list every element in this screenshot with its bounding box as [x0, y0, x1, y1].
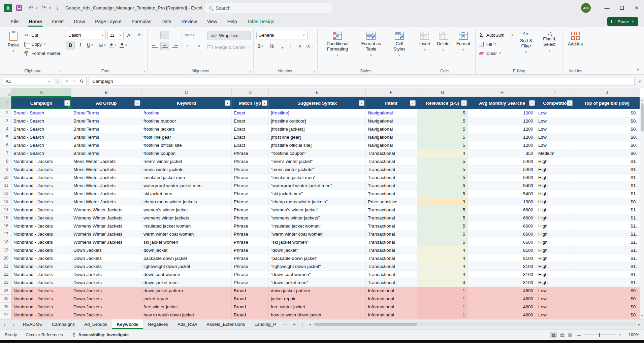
- table-cell[interactable]: Nonbrand - Jackets: [11, 279, 71, 286]
- table-cell[interactable]: $1.: [574, 182, 640, 190]
- sheet-tab-ad_groups[interactable]: Ad_Groups: [79, 319, 112, 329]
- table-cell[interactable]: $1.: [574, 206, 640, 214]
- number-format-select[interactable]: General∨: [256, 31, 308, 39]
- increase-font-button[interactable]: A^: [125, 31, 134, 39]
- table-cell[interactable]: $1.: [574, 222, 640, 230]
- table-cell[interactable]: down coat women: [141, 271, 232, 278]
- insert-cells-button[interactable]: Insert∨: [417, 30, 433, 54]
- table-cell[interactable]: $1.: [574, 246, 640, 254]
- table-cell[interactable]: Transactional: [366, 238, 417, 246]
- filter-button[interactable]: ▼: [225, 100, 230, 106]
- table-cell[interactable]: lightweight down jacket: [141, 263, 232, 270]
- format-cells-button[interactable]: Format∨: [454, 30, 473, 54]
- tab-home[interactable]: Home: [24, 16, 47, 27]
- table-cell[interactable]: Low: [536, 117, 574, 125]
- table-cell[interactable]: Brand Terms: [71, 141, 141, 149]
- table-cell[interactable]: High: [536, 279, 574, 286]
- table-cell[interactable]: packable down jacket: [141, 254, 232, 262]
- table-cell[interactable]: 5: [417, 182, 468, 190]
- table-cell[interactable]: Phrase: [232, 198, 269, 206]
- table-cell[interactable]: "frostline coupon": [269, 149, 366, 157]
- zoom-level[interactable]: 100%: [626, 333, 639, 337]
- table-cell[interactable]: cheap mens winter jackets: [141, 198, 232, 206]
- wrap-text-button[interactable]: ab⤸ Wrap Text: [207, 31, 250, 40]
- table-cell[interactable]: mens winter jackets: [141, 166, 232, 173]
- row-header[interactable]: 23: [0, 279, 11, 286]
- table-cell[interactable]: $1.: [574, 190, 640, 198]
- scroll-down-icon[interactable]: ▼: [641, 313, 643, 319]
- table-cell[interactable]: Navigational: [366, 109, 417, 117]
- table-cell[interactable]: Nonbrand - Jackets: [11, 174, 71, 181]
- table-cell[interactable]: $1.: [574, 238, 640, 246]
- table-cell[interactable]: Broad: [232, 295, 269, 303]
- avatar[interactable]: AM: [581, 3, 591, 13]
- table-cell[interactable]: Down Jackets: [71, 311, 141, 319]
- table-cell[interactable]: Nonbrand - Jackets: [11, 190, 71, 198]
- table-cell[interactable]: [frost line gear]: [269, 133, 366, 141]
- row-header[interactable]: 14: [0, 206, 11, 214]
- table-cell[interactable]: 5: [417, 230, 468, 238]
- table-cell[interactable]: 1: [417, 287, 468, 295]
- table-cell[interactable]: 5: [417, 214, 468, 222]
- table-cell[interactable]: 4: [417, 263, 468, 270]
- table-cell[interactable]: Brand - Search: [11, 117, 71, 125]
- table-cell[interactable]: "womens winter jackets": [269, 214, 366, 222]
- filter-button[interactable]: ▼: [134, 100, 140, 106]
- top-align-button[interactable]: [150, 31, 159, 39]
- zoom-out-icon[interactable]: —: [577, 333, 581, 337]
- table-header-cell[interactable]: Suggested Syntax▼: [269, 97, 366, 109]
- table-cell[interactable]: Phrase: [232, 246, 269, 254]
- normal-view-button[interactable]: ▦: [550, 332, 557, 338]
- table-cell[interactable]: $1.: [574, 158, 640, 165]
- table-cell[interactable]: Transactional: [366, 263, 417, 270]
- table-cell[interactable]: 5: [417, 190, 468, 198]
- autosum-button[interactable]: ΣAutoSum∨: [478, 31, 513, 39]
- table-cell[interactable]: Phrase: [232, 206, 269, 214]
- more-sheets-icon[interactable]: ⋯: [281, 319, 290, 329]
- table-cell[interactable]: Down Jackets: [71, 271, 141, 278]
- table-cell[interactable]: Phrase: [232, 230, 269, 238]
- sheet-tab-readme[interactable]: README: [18, 319, 47, 329]
- table-cell[interactable]: "lightweight down jacket": [269, 263, 366, 270]
- insert-function-icon[interactable]: fx: [79, 79, 84, 84]
- row-header[interactable]: 25: [0, 295, 11, 303]
- table-cell[interactable]: Brand Terms: [71, 125, 141, 133]
- table-cell[interactable]: Down Jackets: [71, 287, 141, 295]
- font-size-select[interactable]: 11∨: [107, 31, 124, 39]
- table-cell[interactable]: $0.: [574, 117, 640, 125]
- table-cell[interactable]: Mens Winter Jackets: [71, 190, 141, 198]
- table-cell[interactable]: Low: [536, 133, 574, 141]
- table-cell[interactable]: Nonbrand - Jackets: [11, 198, 71, 206]
- table-cell[interactable]: "mens winter jackets": [269, 166, 366, 173]
- table-cell[interactable]: Nonbrand - Jackets: [11, 254, 71, 262]
- column-header-J[interactable]: J: [574, 88, 640, 97]
- table-header-cell[interactable]: Match Typ▼: [232, 97, 269, 109]
- table-cell[interactable]: Phrase: [232, 254, 269, 262]
- row-header[interactable]: 17: [0, 230, 11, 238]
- table-cell[interactable]: Informational: [366, 303, 417, 311]
- table-cell[interactable]: Brand - Search: [11, 133, 71, 141]
- table-cell[interactable]: down jacket pattern: [269, 287, 366, 295]
- table-cell[interactable]: Exact: [232, 117, 269, 125]
- table-cell[interactable]: Phrase: [232, 166, 269, 173]
- table-cell[interactable]: Informational: [366, 295, 417, 303]
- table-cell[interactable]: Phrase: [232, 279, 269, 286]
- delete-cells-button[interactable]: Delete∨: [434, 30, 452, 54]
- table-cell[interactable]: how to wash down jacket: [269, 311, 366, 319]
- table-cell[interactable]: Mens Winter Jackets: [71, 182, 141, 190]
- tab-review[interactable]: Review: [176, 16, 202, 27]
- column-header-I[interactable]: I: [536, 88, 574, 97]
- table-cell[interactable]: 1: [417, 311, 468, 319]
- table-cell[interactable]: 5: [417, 222, 468, 230]
- table-cell[interactable]: Down Jackets: [71, 303, 141, 311]
- table-cell[interactable]: Navigational: [366, 117, 417, 125]
- table-cell[interactable]: 5: [417, 125, 468, 133]
- table-cell[interactable]: High: [536, 166, 574, 173]
- table-cell[interactable]: 1: [417, 295, 468, 303]
- table-header-cell[interactable]: Top of page bid (low): [574, 97, 640, 109]
- table-cell[interactable]: 4: [417, 149, 468, 157]
- table-cell[interactable]: 5: [417, 133, 468, 141]
- row-header[interactable]: 20: [0, 254, 11, 262]
- italic-button[interactable]: I: [76, 41, 85, 49]
- table-cell[interactable]: $0.: [574, 141, 640, 149]
